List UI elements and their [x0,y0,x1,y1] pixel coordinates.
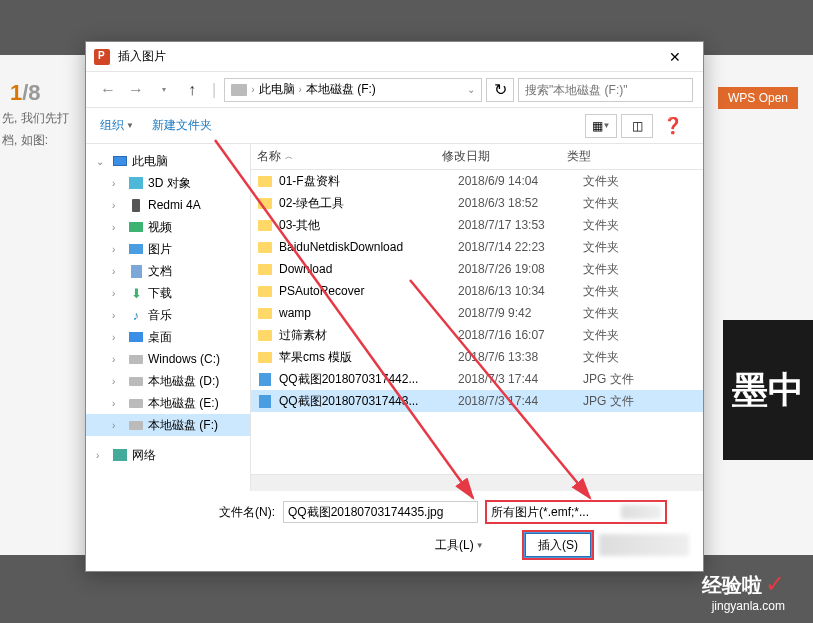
file-row[interactable]: 苹果cms 模版2018/7/6 13:38文件夹 [251,346,703,368]
dialog-title: 插入图片 [118,48,655,65]
dialog-footer: 文件名(N): 所有图片(*.emf;*... 工具(L) ▼ 插入(S) [86,491,703,571]
file-type: 文件夹 [583,305,619,322]
filename-label: 文件名(N): [100,504,275,521]
ink-graphic: 墨中 [723,320,813,460]
file-row[interactable]: BaiduNetdiskDownload2018/7/14 22:23文件夹 [251,236,703,258]
navbar: ← → ▾ ↑ | › 此电脑 › 本地磁盘 (F:) ⌄ ↻ [86,72,703,108]
tree-documents[interactable]: ›文档 [86,260,250,282]
tree-redmi[interactable]: ›Redmi 4A [86,194,250,216]
column-type[interactable]: 类型 [567,148,697,165]
file-name: 03-其他 [279,217,458,234]
file-type: 文件夹 [583,349,619,366]
close-button[interactable]: ✕ [655,43,695,71]
chevron-right-icon: › [251,84,254,95]
tree-pictures[interactable]: ›图片 [86,238,250,260]
folder-icon [257,328,273,342]
background-text: 先, 我们先打 档, 如图: [2,108,69,151]
tree-drive-d[interactable]: ›本地磁盘 (D:) [86,370,250,392]
file-date: 2018/7/26 19:08 [458,262,583,276]
file-date: 2018/7/14 22:23 [458,240,583,254]
file-date: 2018/6/13 10:34 [458,284,583,298]
file-type: 文件夹 [583,261,619,278]
tree-drive-c[interactable]: ›Windows (C:) [86,348,250,370]
insert-image-dialog: 插入图片 ✕ ← → ▾ ↑ | › 此电脑 › 本地磁盘 (F:) ⌄ ↻ 组… [85,41,704,572]
file-row[interactable]: QQ截图2018070317442...2018/7/3 17:44JPG 文件 [251,368,703,390]
file-row[interactable]: 过筛素材2018/7/16 16:07文件夹 [251,324,703,346]
file-date: 2018/6/9 14:04 [458,174,583,188]
recent-dropdown[interactable]: ▾ [152,78,176,102]
folder-tree: ⌄ 此电脑 ›3D 对象 ›Redmi 4A ›视频 ›图片 ›文档 ›⬇下载 … [86,144,251,491]
file-type: 文件夹 [583,217,619,234]
filename-input[interactable] [283,501,478,523]
toolbar: 组织▼ 新建文件夹 ▦▼ ◫ ❓ [86,108,703,144]
preview-pane-button[interactable]: ◫ [621,114,653,138]
folder-icon [257,262,273,276]
view-mode-button[interactable]: ▦▼ [585,114,617,138]
file-row[interactable]: QQ截图2018070317443...2018/7/3 17:44JPG 文件 [251,390,703,412]
tree-3d-objects[interactable]: ›3D 对象 [86,172,250,194]
file-row[interactable]: Download2018/7/26 19:08文件夹 [251,258,703,280]
drive-icon [231,84,247,96]
file-type: 文件夹 [583,173,619,190]
close-icon: ✕ [669,49,681,65]
file-type: 文件夹 [583,239,619,256]
file-row[interactable]: wamp2018/7/9 9:42文件夹 [251,302,703,324]
back-button[interactable]: ← [96,78,120,102]
insert-button[interactable]: 插入(S) [525,533,591,557]
file-row[interactable]: 03-其他2018/7/17 13:53文件夹 [251,214,703,236]
new-folder-button[interactable]: 新建文件夹 [152,117,212,134]
slide-counter: 1/8 [10,80,41,106]
chevron-right-icon: › [299,84,302,95]
horizontal-scrollbar[interactable] [251,474,703,491]
collapse-icon[interactable]: ⌄ [96,156,108,167]
file-row[interactable]: PSAutoRecover2018/6/13 10:34文件夹 [251,280,703,302]
folder-icon [257,284,273,298]
file-name: 苹果cms 模版 [279,349,458,366]
column-date[interactable]: 修改日期 [442,148,567,165]
tree-drive-f[interactable]: ›本地磁盘 (F:) [86,414,250,436]
titlebar: 插入图片 ✕ [86,42,703,72]
tree-this-pc[interactable]: ⌄ 此电脑 [86,150,250,172]
wps-badge: WPS Open [718,87,798,109]
tools-menu[interactable]: 工具(L) ▼ [435,537,484,554]
help-button[interactable]: ❓ [657,114,689,138]
chevron-down-icon: ▼ [476,541,484,550]
refresh-button[interactable]: ↻ [486,78,514,102]
file-name: 02-绿色工具 [279,195,458,212]
music-icon: ♪ [128,308,144,322]
file-name: wamp [279,306,458,320]
search-input[interactable] [518,78,693,102]
path-segment-pc[interactable]: 此电脑 [259,81,295,98]
filetype-dropdown[interactable]: 所有图片(*.emf;*... [486,501,666,523]
folder-icon [257,350,273,364]
tree-desktop[interactable]: ›桌面 [86,326,250,348]
folder-icon [257,306,273,320]
forward-button[interactable]: → [124,78,148,102]
up-button[interactable]: ↑ [180,78,204,102]
tree-drive-e[interactable]: ›本地磁盘 (E:) [86,392,250,414]
chevron-down-icon[interactable]: ⌄ [467,84,475,95]
folder-icon [257,240,273,254]
file-list[interactable]: 01-F盘资料2018/6/9 14:04文件夹02-绿色工具2018/6/3 … [251,170,703,474]
file-list-header: 名称 ︿ 修改日期 类型 [251,144,703,170]
file-type: 文件夹 [583,195,619,212]
file-panel: 名称 ︿ 修改日期 类型 01-F盘资料2018/6/9 14:04文件夹02-… [251,144,703,491]
file-type: 文件夹 [583,283,619,300]
column-name[interactable]: 名称 ︿ [257,148,442,165]
tree-downloads[interactable]: ›⬇下载 [86,282,250,304]
image-file-icon [257,394,273,408]
file-date: 2018/7/3 17:44 [458,372,583,386]
tree-network[interactable]: ›网络 [86,444,250,466]
path-segment-drive[interactable]: 本地磁盘 (F:) [306,81,376,98]
address-bar[interactable]: › 此电脑 › 本地磁盘 (F:) ⌄ [224,78,482,102]
tree-videos[interactable]: ›视频 [86,216,250,238]
watermark: 经验啦 ✓ jingyanla.com [702,570,785,613]
download-icon: ⬇ [128,286,144,300]
tree-music[interactable]: ›♪音乐 [86,304,250,326]
file-row[interactable]: 01-F盘资料2018/6/9 14:04文件夹 [251,170,703,192]
sort-arrow-icon: ︿ [285,151,293,162]
file-row[interactable]: 02-绿色工具2018/6/3 18:52文件夹 [251,192,703,214]
organize-menu[interactable]: 组织▼ [100,117,134,134]
blurred-region [599,534,689,556]
file-name: QQ截图2018070317443... [279,393,458,410]
